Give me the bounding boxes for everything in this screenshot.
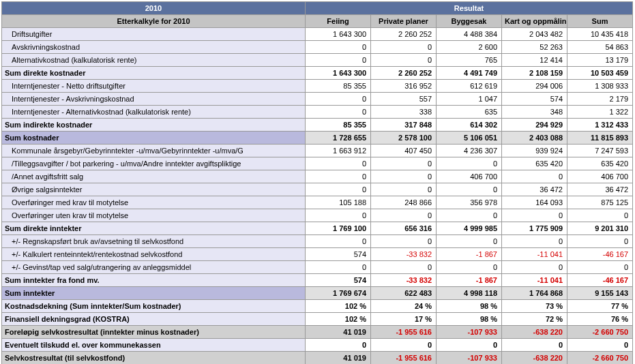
table-row: Kommunale årsgebyr/Gebyrinntekter -u/mva… bbox=[2, 145, 633, 157]
table-row: Interntjenester - Alternativkostnad (kal… bbox=[2, 106, 633, 119]
row-label: Eventuelt tilskudd el. over kommunekasse… bbox=[2, 339, 306, 352]
cell-value: 1 728 655 bbox=[306, 132, 371, 145]
cell-value: 2 260 252 bbox=[371, 67, 437, 80]
table-row: Selvkostresultat (til selvkostfond)41 01… bbox=[2, 352, 633, 365]
cell-value: 52 263 bbox=[502, 41, 567, 54]
cell-value: 574 bbox=[306, 248, 371, 261]
cell-value: 294 006 bbox=[502, 80, 567, 93]
cell-value: 0 bbox=[371, 170, 437, 183]
cell-value: 0 bbox=[502, 235, 567, 248]
row-label: Sum inntekter fra fond mv. bbox=[2, 274, 306, 287]
row-label: Sum inntekter bbox=[2, 287, 306, 300]
cell-value: 407 450 bbox=[371, 145, 437, 157]
cell-value: 0 bbox=[371, 261, 437, 274]
cell-value: 294 929 bbox=[502, 119, 567, 132]
cell-value: 1 047 bbox=[437, 93, 502, 106]
cell-value: -1 955 616 bbox=[371, 326, 437, 339]
cell-value: 4 998 118 bbox=[437, 287, 502, 300]
cell-value: 765 bbox=[437, 54, 502, 67]
table-body: Driftsutgifter1 643 3002 260 2524 488 38… bbox=[2, 28, 633, 365]
row-label: Kostnadsdekning (Sum inntekter/Sum kostn… bbox=[2, 300, 306, 313]
cell-value: 0 bbox=[306, 209, 371, 222]
cell-value: 98 % bbox=[437, 313, 502, 326]
table-row: Interntjenester - Avskrivningskostnad055… bbox=[2, 93, 633, 106]
cell-value: 0 bbox=[306, 157, 371, 170]
table-row: Eventuelt tilskudd el. over kommunekasse… bbox=[2, 339, 633, 352]
col-byggesak: Byggesak bbox=[437, 15, 502, 28]
cell-value: 102 % bbox=[306, 300, 371, 313]
table-row: +/- Kalkulert renteinntekt/rentekostnad … bbox=[2, 248, 633, 261]
cell-value: 348 bbox=[502, 106, 567, 119]
cell-value: 316 952 bbox=[371, 80, 437, 93]
cell-value: 7 247 593 bbox=[567, 145, 633, 157]
table-row: Overføringer uten krav til motytelse0000… bbox=[2, 209, 633, 222]
etterkalkyle-table: 2010 Resultat Etterkalkyle for 2010 Feii… bbox=[1, 1, 633, 364]
cell-value: 248 866 bbox=[371, 196, 437, 209]
cell-value: 77 % bbox=[567, 300, 633, 313]
row-label: Alternativkostnad (kalkulatorisk rente) bbox=[2, 54, 306, 67]
cell-value: 0 bbox=[306, 261, 371, 274]
table-row: Finansiell dekningsgrad (KOSTRA)102 %17 … bbox=[2, 313, 633, 326]
cell-value: 2 403 088 bbox=[502, 132, 567, 145]
cell-value: -11 041 bbox=[502, 274, 567, 287]
cell-value: -107 933 bbox=[437, 352, 502, 365]
cell-value: 406 700 bbox=[437, 170, 502, 183]
cell-value: 614 302 bbox=[437, 119, 502, 132]
col-kart-oppmaling: Kart og oppmåling bbox=[502, 15, 567, 28]
row-label: Overføringer med krav til motytelse bbox=[2, 196, 306, 209]
table-row: Driftsutgifter1 643 3002 260 2524 488 38… bbox=[2, 28, 633, 41]
cell-value: 2 043 482 bbox=[502, 28, 567, 41]
cell-value: 54 863 bbox=[567, 41, 633, 54]
cell-value: 0 bbox=[437, 339, 502, 352]
cell-value: 1 764 868 bbox=[502, 287, 567, 300]
cell-value: -107 933 bbox=[437, 326, 502, 339]
cell-value: 72 % bbox=[502, 313, 567, 326]
header-title: Etterkalkyle for 2010 bbox=[2, 15, 306, 28]
table-row: Sum inntekter fra fond mv.574-33 832-1 8… bbox=[2, 274, 633, 287]
row-label: Overføringer uten krav til motytelse bbox=[2, 209, 306, 222]
cell-value: 635 bbox=[437, 106, 502, 119]
cell-value: 17 % bbox=[371, 313, 437, 326]
cell-value: 4 236 307 bbox=[437, 145, 502, 157]
row-label: Interntjenester - Netto driftsutgifter bbox=[2, 80, 306, 93]
cell-value: 557 bbox=[371, 93, 437, 106]
cell-value: 2 260 252 bbox=[371, 28, 437, 41]
cell-value: 0 bbox=[371, 157, 437, 170]
row-label: Foreløpig selvkostresultat (inntekter mi… bbox=[2, 326, 306, 339]
cell-value: -638 220 bbox=[502, 326, 567, 339]
table-row: Sum inntekter1 769 674622 4834 998 1181 … bbox=[2, 287, 633, 300]
row-label: +/- Regnskapsført bruk av/avsetning til … bbox=[2, 235, 306, 248]
cell-value: 2 600 bbox=[437, 41, 502, 54]
cell-value: 1 322 bbox=[567, 106, 633, 119]
table-row: +/- Regnskapsført bruk av/avsetning til … bbox=[2, 235, 633, 248]
cell-value: -33 832 bbox=[371, 274, 437, 287]
row-label: Selvkostresultat (til selvkostfond) bbox=[2, 352, 306, 365]
cell-value: 317 848 bbox=[371, 119, 437, 132]
cell-value: 0 bbox=[306, 93, 371, 106]
cell-value: 98 % bbox=[437, 300, 502, 313]
table-row: Sum kostnader1 728 6552 578 1005 106 051… bbox=[2, 132, 633, 145]
cell-value: -33 832 bbox=[371, 248, 437, 261]
cell-value: 41 019 bbox=[306, 326, 371, 339]
cell-value: 12 414 bbox=[502, 54, 567, 67]
cell-value: 1 643 300 bbox=[306, 67, 371, 80]
row-label: Øvrige salgsinntekter bbox=[2, 183, 306, 196]
cell-value: 0 bbox=[567, 339, 633, 352]
row-label: Sum kostnader bbox=[2, 132, 306, 145]
cell-value: 0 bbox=[567, 209, 633, 222]
cell-value: 356 978 bbox=[437, 196, 502, 209]
cell-value: 0 bbox=[502, 170, 567, 183]
cell-value: 9 155 143 bbox=[567, 287, 633, 300]
cell-value: -46 167 bbox=[567, 248, 633, 261]
col-sum: Sum bbox=[567, 15, 633, 28]
cell-value: 0 bbox=[502, 339, 567, 352]
cell-value: 13 179 bbox=[567, 54, 633, 67]
row-label: Avskrivningskostnad bbox=[2, 41, 306, 54]
cell-value: 85 355 bbox=[306, 80, 371, 93]
row-label: +/- Gevinst/tap ved salg/utrangering av … bbox=[2, 261, 306, 274]
cell-value: 9 201 310 bbox=[567, 222, 633, 235]
row-label: Finansiell dekningsgrad (KOSTRA) bbox=[2, 313, 306, 326]
row-label: Sum direkte kostnader bbox=[2, 67, 306, 80]
row-label: Interntjenester - Alternativkostnad (kal… bbox=[2, 106, 306, 119]
table-row: Øvrige salgsinntekter00036 47236 472 bbox=[2, 183, 633, 196]
